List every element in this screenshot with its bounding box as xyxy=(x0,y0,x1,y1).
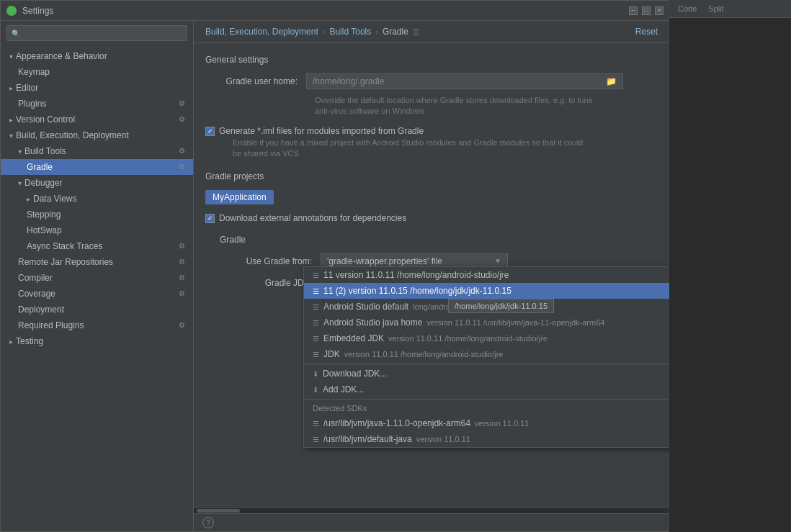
dropdown-item-secondary: version 11.0.11 /usr/lib/jvm/java-11-ope… xyxy=(426,318,604,327)
sidebar-item-data-views[interactable]: ▸ Data Views xyxy=(1,191,193,207)
dropdown-item-android-java-home[interactable]: ☰ Android Studio java home version 11.0.… xyxy=(304,315,669,330)
sidebar-item-label: Plugins xyxy=(18,99,46,109)
dropdown-item-android-default[interactable]: ☰ Android Studio default /home/long/jdk/… xyxy=(304,299,669,315)
download-annotations-checkbox[interactable]: ✓ xyxy=(205,214,215,223)
tab-split[interactable]: Split xyxy=(705,3,726,14)
dropdown-item-add-jdk[interactable]: ⬇ Add JDK... xyxy=(304,382,669,397)
sidebar-item-gradle[interactable]: Gradle ⚙ xyxy=(1,159,193,175)
dropdown-separator xyxy=(304,399,669,400)
window-title: Settings xyxy=(22,6,629,16)
dropdown-item-jdk11-2[interactable]: ☰ 11 (2) version 11.0.15 /home/long/jdk/… xyxy=(304,283,669,299)
sidebar-item-label: Coverage xyxy=(18,289,55,299)
sidebar-item-debugger[interactable]: ▾ Debugger xyxy=(1,175,193,191)
sidebar-item-required-plugins[interactable]: Required Plugins ⚙ xyxy=(1,317,193,333)
jdk-icon: ☰ xyxy=(313,436,319,443)
tab-code[interactable]: Code xyxy=(675,3,700,14)
dropdown-item-jdk11-jre[interactable]: ☰ 11 version 11.0.11 /home/long/android-… xyxy=(304,267,669,283)
breadcrumb-sep1: › xyxy=(323,27,326,36)
dropdown-item-label: Embedded JDK xyxy=(323,333,384,343)
breadcrumb-menu-icon[interactable]: ☰ xyxy=(413,28,419,36)
sidebar-item-label: Version Control xyxy=(16,114,75,125)
sidebar-item-label: Compiler xyxy=(18,273,53,283)
jdk-icon: ☰ xyxy=(313,335,319,343)
jdk-dropdown: ☰ 11 version 11.0.11 /home/long/android-… xyxy=(303,266,669,448)
sidebar-item-editor[interactable]: ▸ Editor xyxy=(1,80,193,96)
bottom-bar: ? xyxy=(194,513,669,531)
gear-icon: ⚙ xyxy=(179,163,187,171)
sidebar-item-label: Async Stack Traces xyxy=(27,241,102,251)
reset-button[interactable]: Reset xyxy=(635,27,658,37)
right-panel: Code Split xyxy=(669,0,791,532)
sidebar-item-build-tools[interactable]: ▾ Build Tools ⚙ xyxy=(1,143,193,159)
checkmark-icon: ✓ xyxy=(207,127,213,135)
sidebar-item-label: Debugger xyxy=(24,178,63,188)
sidebar: 🔍 ▾ Appearance & Behavior Keymap ▸ Edito… xyxy=(1,21,194,531)
expand-icon: ▸ xyxy=(9,116,13,124)
sidebar-item-async-stack[interactable]: Async Stack Traces ⚙ xyxy=(1,238,193,254)
dropdown-item-embedded-jdk[interactable]: ☰ Embedded JDK version 11.0.11 /home/lon… xyxy=(304,330,669,346)
maximize-button[interactable]: □ xyxy=(642,6,651,15)
search-box[interactable]: 🔍 xyxy=(6,25,187,41)
sidebar-item-deployment[interactable]: Deployment xyxy=(1,302,193,317)
generate-iml-hint: Enable if you have a mixed project with … xyxy=(233,137,583,160)
sidebar-item-label: Build, Execution, Deployment xyxy=(16,130,129,140)
dropdown-item-secondary: version 11.0.11 /home/long/android-studi… xyxy=(388,334,548,343)
general-settings-title: General settings xyxy=(205,55,658,65)
sidebar-item-label: Testing xyxy=(16,336,43,346)
search-input[interactable] xyxy=(23,28,182,38)
gear-icon: ⚙ xyxy=(179,115,187,124)
dropdown-item-label: 11 version 11.0.11 /home/long/android-st… xyxy=(323,270,509,280)
app-icon xyxy=(6,6,17,16)
sidebar-item-appearance[interactable]: ▾ Appearance & Behavior xyxy=(1,48,193,64)
breadcrumb: Build, Execution, Deployment › Build Too… xyxy=(194,21,669,43)
download-annotations-row: ✓ Download external annotations for depe… xyxy=(205,213,658,223)
gradle-user-home-hint: Override the default location where Grad… xyxy=(315,95,658,117)
gradle-user-home-input[interactable]: /home/long/.gradle 📁 xyxy=(306,73,623,89)
sidebar-item-version-control[interactable]: ▸ Version Control ⚙ xyxy=(1,112,193,127)
right-panel-tabs: Code Split xyxy=(669,0,791,18)
jdk-icon: ☰ xyxy=(313,319,319,327)
dropdown-item-jdk[interactable]: ☰ JDK version 11.0.11 /home/long/android… xyxy=(304,346,669,362)
horizontal-scrollbar[interactable] xyxy=(194,508,669,513)
dropdown-item-usr-java11[interactable]: ☰ /usr/lib/jvm/java-1.11.0-openjdk-arm64… xyxy=(304,415,669,431)
dropdown-item-label: Download JDK... xyxy=(323,369,387,379)
generate-iml-checkbox[interactable]: ✓ xyxy=(205,127,215,136)
project-tab[interactable]: MyApplication xyxy=(205,190,274,204)
dropdown-item-label: Android Studio default xyxy=(323,302,408,312)
sidebar-item-label: Build Tools xyxy=(24,146,66,156)
help-button[interactable]: ? xyxy=(202,517,214,528)
dropdown-arrow-icon: ▼ xyxy=(494,257,501,265)
gradle-user-home-row: Gradle user home: /home/long/.gradle 📁 xyxy=(205,73,658,89)
gradle-subsection-label: Gradle xyxy=(220,235,658,245)
gradle-projects-label: Gradle projects xyxy=(205,171,658,181)
sidebar-item-stepping[interactable]: Stepping xyxy=(1,207,193,222)
scrollbar-thumb[interactable] xyxy=(197,509,240,513)
generate-iml-label: Generate *.iml files for modules importe… xyxy=(219,126,424,136)
main-layout: 🔍 ▾ Appearance & Behavior Keymap ▸ Edito… xyxy=(1,21,669,531)
dropdown-item-download-jdk[interactable]: ⬇ Download JDK... xyxy=(304,366,669,382)
sidebar-item-hotswap[interactable]: HotSwap xyxy=(1,222,193,238)
sidebar-item-remote-jar[interactable]: Remote Jar Repositories ⚙ xyxy=(1,254,193,270)
sidebar-item-keymap[interactable]: Keymap xyxy=(1,64,193,80)
minimize-button[interactable]: ─ xyxy=(629,6,638,15)
breadcrumb-part2[interactable]: Build Tools xyxy=(329,27,371,37)
expand-icon: ▸ xyxy=(27,195,30,203)
sidebar-item-coverage[interactable]: Coverage ⚙ xyxy=(1,286,193,302)
sidebar-item-testing[interactable]: ▸ Testing xyxy=(1,333,193,349)
use-gradle-from-label: Use Gradle from: xyxy=(220,256,321,266)
dropdown-item-secondary: version 11.0.11 /home/long/android-studi… xyxy=(344,350,504,359)
dropdown-separator xyxy=(304,364,669,364)
collapse-icon: ▾ xyxy=(9,53,13,60)
sidebar-item-label: Required Plugins xyxy=(18,320,84,330)
sidebar-item-plugins[interactable]: Plugins ⚙ xyxy=(1,96,193,112)
expand-icon: ▸ xyxy=(9,84,13,92)
sidebar-item-label: HotSwap xyxy=(27,225,62,235)
breadcrumb-part1[interactable]: Build, Execution, Deployment xyxy=(205,27,318,37)
sidebar-item-label: Stepping xyxy=(27,209,61,220)
checkmark-icon: ✓ xyxy=(207,215,213,222)
settings-window: Settings ─ □ ✕ 🔍 ▾ Appearance & Behavior xyxy=(0,0,670,532)
close-button[interactable]: ✕ xyxy=(655,6,663,15)
dropdown-item-default-java[interactable]: ☰ /usr/lib/jvm/default-java version 11.0… xyxy=(304,431,669,447)
sidebar-item-build-execution[interactable]: ▾ Build, Execution, Deployment xyxy=(1,127,193,143)
sidebar-item-compiler[interactable]: Compiler ⚙ xyxy=(1,270,193,286)
